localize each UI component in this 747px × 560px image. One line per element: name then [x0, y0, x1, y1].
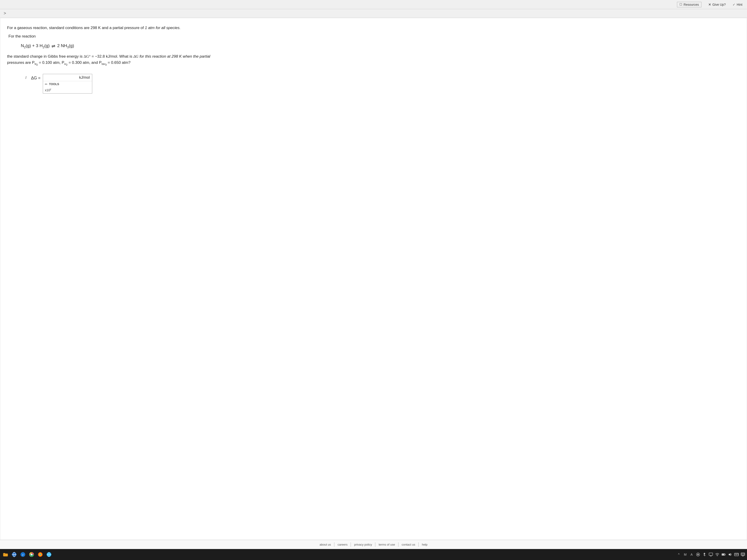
footer-careers[interactable]: careers — [334, 542, 351, 547]
tray-keyboard-icon[interactable] — [734, 552, 739, 557]
description-line1: the standard change in Gibbs free energy… — [7, 54, 210, 58]
intro-text-content: For a gaseous reaction, standard conditi… — [7, 26, 181, 30]
footer-about[interactable]: about us — [316, 542, 334, 547]
svg-rect-35 — [738, 554, 738, 554]
svg-rect-1 — [3, 553, 5, 554]
answer-input-field[interactable] — [45, 76, 77, 80]
tray-bluetooth-icon[interactable] — [702, 552, 707, 557]
for-the-reaction-label: For the reaction — [7, 34, 740, 39]
tray-volume-icon[interactable] — [728, 552, 732, 557]
content-area: For a gaseous reaction, standard conditi… — [0, 18, 747, 540]
svg-rect-36 — [738, 555, 738, 555]
cursor-indicator: I — [25, 76, 26, 80]
equilibrium-arrow: ⇌ — [51, 43, 55, 49]
tools-label: TOOLS — [49, 82, 59, 86]
svg-point-10 — [31, 554, 32, 555]
chemical-equation: N2(g) + 3 H2(g) ⇌ 2 NH3(g) — [21, 43, 740, 49]
tray-battery-icon[interactable] — [721, 552, 726, 557]
svg-rect-30 — [735, 554, 736, 554]
nav-arrow[interactable]: > — [0, 9, 747, 18]
check-icon: ✓ — [732, 3, 735, 6]
tray-desktop-icon[interactable] — [741, 552, 745, 557]
svg-rect-31 — [736, 554, 737, 554]
svg-rect-32 — [737, 554, 738, 554]
taskbar-ie-alt-icon[interactable]: e — [19, 551, 27, 558]
svg-rect-26 — [722, 554, 724, 555]
tray-mail-icon[interactable]: M — [683, 552, 688, 557]
description-text: the standard change in Gibbs free energy… — [7, 53, 740, 67]
svg-rect-37 — [741, 553, 745, 555]
answer-section: I ΔG = kJ/mol ✏ TOOLS x10y — [25, 74, 740, 94]
tools-row[interactable]: ✏ TOOLS — [43, 81, 92, 87]
tray-network-icon[interactable] — [696, 552, 700, 557]
footer-help[interactable]: help — [419, 542, 431, 547]
svg-rect-33 — [735, 555, 736, 555]
hint-label: Hint — [737, 3, 742, 6]
svg-rect-34 — [736, 555, 737, 555]
tray-a-icon[interactable]: A — [689, 552, 694, 557]
footer-contact[interactable]: contact us — [398, 542, 419, 547]
svg-point-13 — [40, 554, 41, 555]
taskbar-ie-icon[interactable]: e — [10, 551, 18, 558]
main-content-wrapper: > For a gaseous reaction, standard condi… — [0, 9, 747, 549]
tray-expand-icon[interactable]: ^ — [676, 552, 681, 557]
taskbar-globe-icon[interactable] — [45, 551, 53, 558]
x10-row[interactable]: x10y — [43, 87, 92, 94]
svg-point-24 — [717, 556, 718, 556]
svg-rect-27 — [725, 554, 725, 555]
equation-right: 2 NH3(g) — [57, 43, 74, 49]
svg-text:e: e — [14, 553, 15, 556]
taskbar-firefox-icon[interactable] — [36, 551, 44, 558]
kj-mol-label: kJ/mol — [79, 76, 90, 80]
tools-pencil-icon: ✏ — [45, 82, 48, 86]
give-up-label: Give Up? — [713, 3, 726, 6]
equation-left: N2(g) + 3 H2(g) — [21, 43, 50, 49]
taskbar-left: e e — [2, 551, 53, 558]
svg-text:e: e — [22, 553, 24, 556]
description-line2: pressures are PN2 = 0.100 atm, PH2 = 0.3… — [7, 60, 130, 65]
tray-monitor-icon[interactable] — [709, 552, 713, 557]
taskbar: e e — [0, 549, 747, 560]
answer-input-row: kJ/mol — [43, 74, 92, 81]
tray-wifi-icon[interactable] — [715, 552, 720, 557]
svg-marker-28 — [729, 553, 730, 556]
resources-checkbox-icon: ☐ — [679, 3, 682, 6]
taskbar-right: ^ M A — [676, 552, 745, 557]
x10-label: x10y — [45, 88, 51, 92]
top-bar: ☐ Resources ✕ Give Up? ✓ Hint — [0, 0, 747, 9]
footer-links: about us careers privacy policy terms of… — [0, 540, 747, 549]
x10-superscript: y — [50, 88, 51, 90]
resources-label: Resources — [684, 3, 699, 6]
delta-g-label: ΔG = — [31, 76, 41, 81]
svg-rect-21 — [709, 553, 713, 555]
svg-point-19 — [697, 554, 699, 555]
taskbar-chrome-icon[interactable] — [28, 551, 35, 558]
resources-button[interactable]: ☐ Resources — [677, 2, 701, 7]
chevron-right-icon: > — [4, 11, 6, 16]
intro-text: For a gaseous reaction, standard conditi… — [7, 25, 740, 31]
taskbar-folder-icon[interactable] — [2, 551, 9, 558]
footer-terms[interactable]: terms of use — [375, 542, 398, 547]
svg-line-20 — [703, 555, 704, 555]
x-icon: ✕ — [708, 3, 711, 6]
footer-privacy[interactable]: privacy policy — [351, 542, 375, 547]
give-up-button[interactable]: ✕ Give Up? — [708, 3, 726, 6]
hint-button[interactable]: ✓ Hint — [732, 3, 742, 6]
answer-input-container: kJ/mol ✏ TOOLS x10y — [43, 74, 92, 94]
